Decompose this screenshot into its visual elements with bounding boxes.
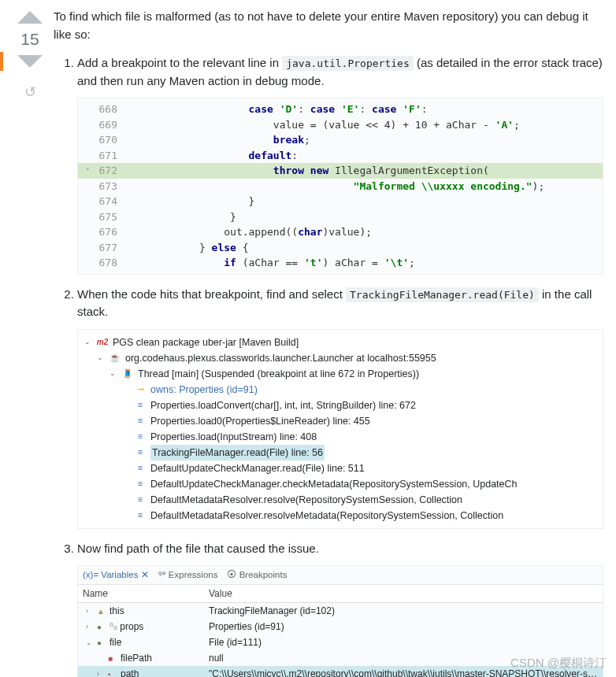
code-text: throw new IllegalArgumentException( [125,163,603,179]
code-trackingfilemanager: TrackingFileManager.read(File) [346,287,539,302]
stack-row[interactable]: ≡DefaultUpdateCheckManager.checkMetadata… [84,476,596,492]
var-type-icon: ● [97,637,106,649]
stack-label: DefaultUpdateCheckManager.read(File) lin… [150,461,365,476]
expand-icon[interactable]: › [97,669,105,678]
tab-breakpoints[interactable]: ⦿ Breakpoints [227,568,287,582]
expand-icon[interactable]: ⌄ [109,368,117,379]
code-line: 668 case 'D': case 'E': case 'F': [78,102,603,117]
expand-icon[interactable]: › [86,622,94,633]
code-line: 669 value = (value << 4) + 10 + aChar - … [78,117,603,133]
gutter-icon[interactable] [78,209,97,225]
stack-icon: ≡ [134,479,147,490]
stack-row[interactable]: ≡DefaultUpdateCheckManager.read(File) li… [84,461,596,476]
stack-label: DefaultMetadataResolver.resolve(Reposito… [150,492,462,508]
stack-label: Properties.load(InputStream) line: 408 [150,429,317,445]
var-name: filePath [121,651,152,665]
code-block-properties: 668 case 'D': case 'E': case 'F':669 val… [77,98,603,275]
var-name: ⁰₀ props [109,620,143,634]
variable-row[interactable]: ⌄●fileFile (id=111) [78,634,603,650]
stack-row[interactable]: ≡Properties.load0(Properties$LineReader)… [84,413,596,429]
stack-row[interactable]: ⊸owns: Properties (id=91) [84,382,596,398]
gutter-icon[interactable] [78,148,97,164]
stack-icon: ⊸ [134,384,147,395]
stack-row[interactable]: ≡Properties.load(InputStream) line: 408 [84,429,596,445]
answer-intro: To find which file is malformed (as to n… [54,8,603,43]
stack-row[interactable]: ≡Properties.loadConvert(char[], int, int… [84,398,596,413]
gutter-icon[interactable] [78,179,97,194]
var-type-icon: ● [97,621,106,633]
call-stack-block: ⌄m2PGS clean package uber-jar [Maven Bui… [77,329,603,529]
line-number: 669 [97,117,125,133]
code-properties: java.util.Properties [282,56,414,71]
var-name: this [109,604,124,618]
line-number: 675 [97,209,125,225]
stack-label: DefaultMetadataResolver.resolveMetadata(… [150,508,503,523]
var-value: TrackingFileManager (id=102) [209,604,598,618]
stack-icon: ≡ [134,463,147,474]
tab-expressions[interactable]: ᵍᵉ Expressions [158,568,218,582]
var-value: Properties (id=91) [209,620,598,634]
step-1: Add a breakpoint to the relevant line in… [77,54,603,275]
gutter-icon[interactable] [78,117,97,133]
stack-icon: ≡ [134,510,147,521]
stack-icon: m2 [96,337,109,348]
tab-variables[interactable]: (x)= Variables ✕ [83,568,149,582]
code-line: 676 out.append((char)value); [78,224,603,240]
code-line: 671 default: [78,148,603,164]
code-text: case 'D': case 'E': case 'F': [125,102,603,117]
code-text: break; [125,132,603,148]
expand-icon[interactable]: › [86,606,94,617]
stack-label: PGS clean package uber-jar [Maven Build] [113,335,299,350]
stack-label: owns: Properties (id=91) [150,382,258,398]
stack-row[interactable]: ≡DefaultMetadataResolver.resolveMetadata… [84,508,596,523]
code-text: default: [125,148,603,164]
line-number: 674 [97,194,125,209]
stack-label: Thread [main] (Suspended (breakpoint at … [138,366,419,382]
code-line: 677 } else { [78,240,603,256]
gutter-icon[interactable] [78,255,97,271]
expand-icon[interactable]: ⌄ [86,638,94,649]
variable-row[interactable]: ›▲thisTrackingFileManager (id=102) [78,603,603,619]
var-name: path [121,667,139,677]
expand-icon[interactable]: ⌄ [97,352,105,363]
stack-label: TrackingFileManager.read(File) line: 56 [150,445,325,461]
var-value: "C:\\Users\\micyc\\.m2\\repository\\com\… [209,667,598,677]
stack-row[interactable]: ≡TrackingFileManager.read(File) line: 56 [84,445,596,461]
stack-icon: ≡ [134,416,147,427]
code-line: 675 } [78,209,603,225]
step-3: Now find path of the file that caused th… [77,540,603,678]
gutter-icon[interactable] [78,132,97,148]
stack-row[interactable]: ⌄☕org.codehaus.plexus.classworlds.launch… [84,350,596,366]
stack-icon: ≡ [134,494,147,505]
expand-icon[interactable]: ⌄ [84,336,92,347]
variable-row[interactable]: ›●⁰₀ propsProperties (id=91) [78,619,603,634]
variable-row[interactable]: ■filePathnull [78,650,603,666]
downvote-button[interactable] [17,55,43,68]
line-number: 678 [97,255,125,271]
gutter-icon[interactable] [78,102,97,117]
code-text: value = (value << 4) + 10 + aChar - 'A'; [125,117,603,133]
code-text: } [125,194,603,209]
stack-row[interactable]: ⌄🧵Thread [main] (Suspended (breakpoint a… [84,366,596,382]
stack-icon: ≡ [134,431,147,442]
stack-label: Properties.load0(Properties$LineReader) … [150,413,370,429]
gutter-icon[interactable]: ⚬ [78,163,97,179]
code-text: out.append((char)value); [125,224,603,240]
line-number: 673 [97,179,125,194]
line-number: 677 [97,240,125,256]
gutter-icon[interactable] [78,240,97,256]
variable-row[interactable]: ›▪path"C:\\Users\\micyc\\.m2\\repository… [78,666,603,677]
upvote-button[interactable] [17,11,43,24]
stack-icon: ≡ [134,447,147,458]
gutter-icon[interactable] [78,224,97,240]
stack-label: DefaultUpdateCheckManager.checkMetadata(… [150,476,518,492]
stack-row[interactable]: ⌄m2PGS clean package uber-jar [Maven Bui… [84,335,596,350]
history-icon[interactable]: ↺ [24,83,36,101]
gutter-icon[interactable] [78,194,97,209]
stack-row[interactable]: ≡DefaultMetadataResolver.resolve(Reposit… [84,492,596,508]
code-text: if (aChar == 't') aChar = '\t'; [125,255,603,271]
code-line: 678 if (aChar == 't') aChar = '\t'; [78,255,603,271]
stack-icon: 🧵 [121,368,134,379]
var-name: file [109,635,121,649]
line-number: 671 [97,148,125,164]
